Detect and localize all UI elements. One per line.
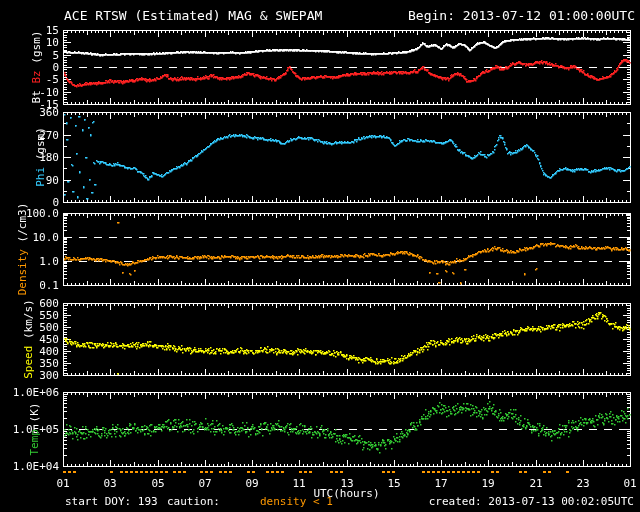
y-tick-label: 1.0E+04 — [0, 461, 59, 472]
y-axis-title-bt-bz: Bt Bz (gsm) — [30, 31, 43, 104]
ace-rtsw-swepam-plot: ACE RTSW (Estimated) MAG & SWEPAM Begin:… — [0, 0, 640, 512]
y-tick-label: 180 — [0, 152, 59, 163]
y-axis-title-part: (gsm) — [34, 127, 47, 160]
y-axis-title-part: Density — [16, 242, 29, 295]
y-tick-label: 1.0E+06 — [0, 387, 59, 398]
x-tick-label: 13 — [330, 478, 364, 489]
y-tick-label: 270 — [0, 130, 59, 141]
y-axis-title-part: (km/s) — [22, 299, 35, 339]
x-tick-label: 09 — [235, 478, 269, 489]
y-axis-title-part: (/cm3) — [16, 203, 29, 243]
y-axis-title-part: (K) — [28, 403, 41, 423]
x-tick-label: 23 — [566, 478, 600, 489]
y-axis-title-part: Temp — [28, 422, 41, 455]
x-tick-label: 19 — [471, 478, 505, 489]
x-tick-label: 01 — [613, 478, 640, 489]
caution-label: caution: — [167, 496, 220, 507]
y-axis-title-density: Density (/cm3) — [16, 203, 29, 296]
y-axis-title-part: Bz — [30, 64, 43, 84]
caution-value-density: density < 1 — [260, 496, 333, 507]
plot-title: ACE RTSW (Estimated) MAG & SWEPAM — [64, 9, 322, 22]
y-tick-label: 90 — [0, 175, 59, 186]
x-tick-label: 17 — [424, 478, 458, 489]
x-tick-label: 21 — [519, 478, 553, 489]
y-tick-label: 100.0 — [0, 208, 59, 219]
y-axis-title-part: Speed — [22, 339, 35, 379]
y-axis-title-temp: Temp (K) — [28, 403, 41, 456]
begin-timestamp: Begin: 2013-07-12 01:00:00UTC — [408, 9, 635, 22]
y-tick-label: 1.0 — [0, 256, 59, 267]
y-axis-title-part: Phi — [34, 160, 47, 187]
plot-canvas — [0, 0, 640, 512]
y-axis-title-part: (gsm) — [30, 31, 43, 64]
x-tick-label: 07 — [188, 478, 222, 489]
y-axis-title-speed: Speed (km/s) — [22, 299, 35, 379]
x-tick-label: 11 — [282, 478, 316, 489]
y-tick-label: 0.1 — [0, 280, 59, 291]
x-tick-label: 15 — [377, 478, 411, 489]
y-axis-title-part: Bt — [30, 84, 43, 104]
y-tick-label: 10.0 — [0, 232, 59, 243]
x-tick-label: 01 — [46, 478, 80, 489]
x-tick-label: 05 — [141, 478, 175, 489]
x-tick-label: 03 — [93, 478, 127, 489]
start-doy-label: start DOY: 193 — [65, 496, 158, 507]
y-tick-label: 360 — [0, 107, 59, 118]
created-timestamp: created: 2013-07-13 00:02:05UTC — [429, 496, 634, 507]
y-axis-title-phi: Phi (gsm) — [34, 127, 47, 187]
